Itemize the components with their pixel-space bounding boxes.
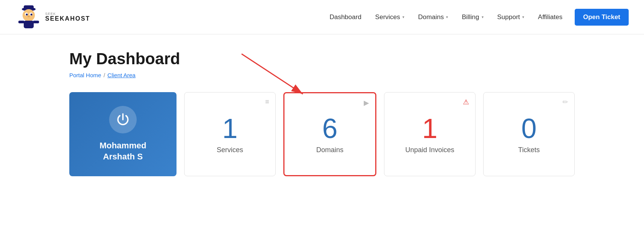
svg-rect-9 — [18, 21, 25, 23]
invoices-count: 1 — [422, 115, 437, 142]
svg-point-2 — [23, 9, 35, 21]
svg-rect-10 — [33, 21, 39, 23]
dashboard-cards: Mohammed Arshath S ≡ 1 Services ▶ 6 Doma… — [69, 92, 575, 176]
services-card-icon: ≡ — [265, 98, 269, 106]
page-title: My Dashboard — [69, 50, 575, 68]
services-chevron-icon: ▾ — [402, 15, 404, 19]
services-stat-card[interactable]: ≡ 1 Services — [184, 92, 276, 176]
nav-support[interactable]: Support ▾ — [492, 10, 530, 24]
main-content: My Dashboard Portal Home / Client Area — [54, 34, 590, 176]
user-card: Mohammed Arshath S — [69, 92, 177, 176]
svg-point-7 — [28, 16, 30, 17]
billing-chevron-icon: ▾ — [482, 15, 484, 19]
nav-dashboard[interactable]: Dashboard — [324, 10, 367, 24]
header: SEEK SEEKAHOST Dashboard Services ▾ Doma… — [0, 0, 644, 34]
svg-point-6 — [31, 13, 33, 15]
invoices-card-icon: ⚠ — [463, 98, 469, 106]
logo-area[interactable]: SEEK SEEKAHOST — [15, 4, 90, 31]
main-nav: Dashboard Services ▾ Domains ▾ Billing ▾… — [324, 9, 629, 26]
domains-chevron-icon: ▾ — [446, 15, 448, 19]
tickets-count: 0 — [521, 115, 536, 142]
cards-row: Mohammed Arshath S ≡ 1 Services ▶ 6 Doma… — [69, 92, 575, 176]
breadcrumb-current[interactable]: Client Area — [108, 72, 136, 78]
domains-stat-card[interactable]: ▶ 6 Domains — [283, 92, 376, 176]
support-chevron-icon: ▾ — [522, 15, 524, 19]
nav-services[interactable]: Services ▾ — [370, 10, 410, 24]
user-name: Mohammed Arshath S — [100, 140, 146, 162]
invoices-stat-card[interactable]: ⚠ 1 Unpaid Invoices — [384, 92, 476, 176]
breadcrumb-separator: / — [103, 72, 105, 78]
nav-domains[interactable]: Domains ▾ — [413, 10, 453, 24]
nav-affiliates[interactable]: Affiliates — [533, 10, 568, 24]
svg-point-5 — [26, 13, 28, 15]
invoices-label: Unpaid Invoices — [405, 146, 454, 154]
nav-billing[interactable]: Billing ▾ — [456, 10, 489, 24]
tickets-card-icon: ✏ — [562, 98, 568, 106]
power-icon — [115, 112, 131, 127]
user-power-icon — [109, 106, 137, 133]
domains-card-icon: ▶ — [364, 99, 369, 107]
domains-count: 6 — [322, 115, 337, 142]
open-ticket-button[interactable]: Open Ticket — [575, 9, 629, 26]
services-count: 1 — [222, 115, 237, 142]
tickets-label: Tickets — [518, 146, 539, 154]
logo-icon — [15, 4, 42, 31]
logo-text: SEEKAHOST — [45, 16, 90, 22]
breadcrumb: Portal Home / Client Area — [69, 72, 575, 78]
tickets-stat-card[interactable]: ✏ 0 Tickets — [483, 92, 575, 176]
breadcrumb-home[interactable]: Portal Home — [69, 72, 101, 78]
domains-label: Domains — [316, 146, 343, 154]
svg-rect-8 — [24, 21, 34, 28]
services-label: Services — [217, 146, 243, 154]
